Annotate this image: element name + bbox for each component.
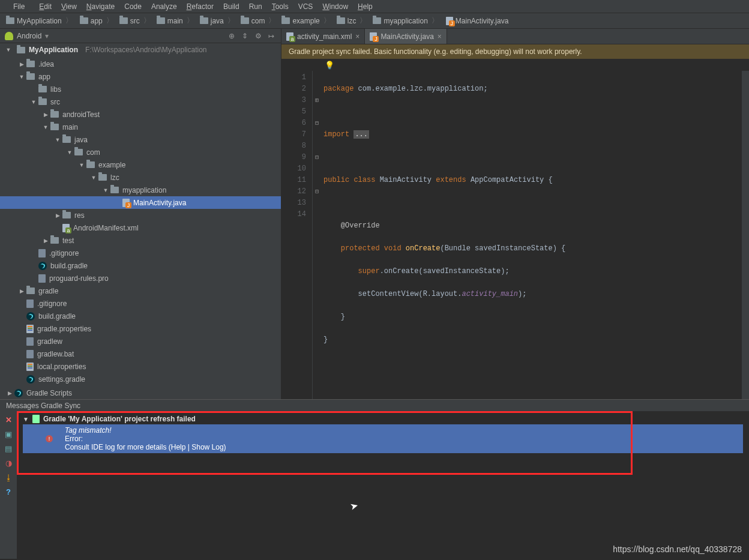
tree-row[interactable]: local.properties — [0, 360, 281, 373]
menu-help[interactable]: Help — [358, 2, 373, 11]
error-detail-block[interactable]: Tag mismatch! ! Error: Consult IDE log f… — [23, 424, 743, 453]
fold-plus-icon[interactable]: ⊞ — [313, 95, 321, 106]
tree-row[interactable]: ▼app — [0, 70, 281, 83]
tree-row[interactable]: .gitignore — [0, 297, 281, 310]
close-icon[interactable]: × — [355, 32, 359, 41]
project-root-row[interactable]: ▼ MyApplication F:\Workspaces\Android\My… — [0, 43, 281, 56]
menu-analyze[interactable]: Analyze — [151, 2, 177, 11]
messages-toolbar: ✕ ▣ ▤ ◑ ⭳ ? — [0, 411, 17, 559]
menu-window[interactable]: Window — [322, 2, 348, 11]
caret-icon[interactable]: ▼ — [18, 73, 25, 80]
caret-icon[interactable]: ▶ — [42, 237, 49, 244]
tree-row[interactable]: gradlew.bat — [0, 348, 281, 360]
breadcrumb-part[interactable]: src〉 — [117, 16, 154, 26]
tree-row[interactable]: ▼example — [0, 158, 281, 171]
tree-row[interactable]: ▼com — [0, 146, 281, 158]
caret-icon[interactable]: ▼ — [90, 174, 97, 181]
tree-row[interactable]: .gitignore — [0, 247, 281, 259]
collapse-icon[interactable]: ⇕ — [240, 31, 250, 41]
breadcrumb-root[interactable]: MyApplication 〉 — [4, 16, 76, 26]
fold-minus-icon[interactable]: ⊟ — [313, 118, 321, 129]
tree-row[interactable]: ▶.idea — [0, 58, 281, 70]
tree-row[interactable]: build.gradle — [0, 259, 281, 272]
fold-minus-icon[interactable]: ⊟ — [313, 152, 321, 163]
tree-row[interactable]: ▼lzc — [0, 171, 281, 184]
caret-right-icon[interactable]: ▶ — [6, 390, 13, 397]
tree-row[interactable]: ▶test — [0, 234, 281, 247]
tree-row[interactable]: libs — [0, 83, 281, 95]
hide-icon[interactable]: ↦ — [266, 31, 276, 41]
caret-icon[interactable]: ▼ — [66, 149, 73, 156]
error-strip[interactable] — [742, 71, 749, 399]
menu-code[interactable]: Code — [124, 2, 142, 11]
caret-down-icon[interactable]: ▼ — [23, 416, 29, 423]
menu-tools[interactable]: Tools — [272, 2, 289, 11]
chevron-right-icon: 〉 — [187, 16, 194, 26]
tree-row[interactable]: ▼myapplication — [0, 184, 281, 196]
menu-refactor[interactable]: Refactor — [187, 2, 214, 11]
collapse-icon[interactable]: ▤ — [4, 444, 13, 453]
tree-row[interactable]: ▼java — [0, 133, 281, 146]
tree-row[interactable]: ▼src — [0, 95, 281, 108]
export-icon[interactable]: ⭳ — [4, 472, 13, 482]
tab-activity-main[interactable]: activity_main.xml × — [281, 29, 365, 44]
tree-row[interactable]: gradle.properties — [0, 322, 281, 335]
chevron-right-icon: 〉 — [143, 16, 151, 26]
import-folded[interactable]: ... — [353, 130, 369, 139]
tree-row[interactable]: ▶res — [0, 209, 281, 221]
caret-icon[interactable]: ▶ — [18, 61, 25, 68]
caret-icon[interactable]: ▶ — [42, 111, 49, 118]
breadcrumb-part[interactable]: java〉 — [197, 16, 238, 26]
tab-main-activity[interactable]: MainActivity.java × — [365, 29, 447, 44]
tree-row[interactable]: proguard-rules.pro — [0, 272, 281, 285]
menubar[interactable]: File Edit View Navigate Code Analyze Ref… — [0, 0, 749, 13]
tree-row[interactable]: ▶androidTest — [0, 108, 281, 121]
lightbulb-icon[interactable]: 💡 — [325, 61, 334, 70]
tree-row[interactable]: MainActivity.java — [0, 196, 281, 209]
menu-edit[interactable]: Edit — [39, 2, 52, 11]
breadcrumb-file[interactable]: MainActivity.java — [444, 17, 511, 25]
help-icon[interactable]: ? — [4, 487, 13, 496]
tree-row[interactable]: build.gradle — [0, 310, 281, 322]
caret-icon[interactable]: ▶ — [54, 212, 61, 219]
breadcrumb-part[interactable]: lzc〉 — [334, 16, 371, 26]
messages-tab-header[interactable]: Messages Gradle Sync — [0, 399, 749, 411]
close-icon[interactable]: ✕ — [4, 415, 13, 424]
breadcrumb-part[interactable]: app〉 — [77, 16, 117, 26]
gear-icon[interactable]: ⚙ — [253, 31, 263, 41]
menu-navigate[interactable]: Navigate — [86, 2, 115, 11]
caret-icon[interactable]: ▼ — [54, 136, 61, 143]
caret-down-icon[interactable]: ▼ — [5, 46, 12, 53]
caret-icon[interactable]: ▼ — [30, 98, 37, 106]
tree-row[interactable]: settings.gradle — [0, 373, 281, 385]
caret-icon[interactable]: ▼ — [78, 161, 85, 169]
target-icon[interactable]: ⊕ — [227, 31, 236, 41]
project-tree[interactable]: ▶.idea▼applibs▼src▶androidTest▼main▼java… — [0, 56, 281, 387]
caret-icon[interactable]: ▶ — [18, 288, 25, 295]
tree-row[interactable]: gradlew — [0, 335, 281, 348]
tree-row[interactable]: ▼main — [0, 121, 281, 133]
tree-row[interactable]: ▶gradle — [0, 285, 281, 297]
menu-file[interactable]: File — [8, 2, 29, 11]
folder-icon — [62, 136, 71, 143]
close-icon[interactable]: × — [438, 32, 442, 41]
gradle-scripts-row[interactable]: ▶ Gradle Scripts — [0, 387, 281, 399]
menu-vcs[interactable]: VCS — [298, 2, 313, 11]
menu-run[interactable]: Run — [249, 2, 262, 11]
filter-icon[interactable]: ◑ — [4, 458, 13, 468]
menu-view[interactable]: View — [61, 2, 77, 11]
breadcrumb-part[interactable]: example〉 — [279, 16, 334, 26]
project-selector-label[interactable]: Android — [17, 32, 41, 40]
chevron-down-icon[interactable]: ▾ — [45, 32, 49, 40]
expand-icon[interactable]: ▣ — [4, 429, 13, 439]
breadcrumb-part[interactable]: myapplication〉 — [370, 16, 442, 26]
breadcrumb-part[interactable]: com〉 — [238, 16, 280, 26]
caret-icon[interactable]: ▼ — [102, 187, 109, 194]
tree-row[interactable]: AndroidManifest.xml — [0, 221, 281, 234]
menu-build[interactable]: Build — [223, 2, 239, 11]
caret-icon[interactable]: ▼ — [42, 124, 49, 131]
tab-label: MainActivity.java — [381, 32, 433, 41]
breadcrumb-part[interactable]: main〉 — [154, 16, 197, 26]
error-title-row[interactable]: ▼ Gradle 'My Application' project refres… — [23, 415, 743, 423]
code-content[interactable]: package com.example.lzc.myapplication; i… — [321, 71, 565, 399]
